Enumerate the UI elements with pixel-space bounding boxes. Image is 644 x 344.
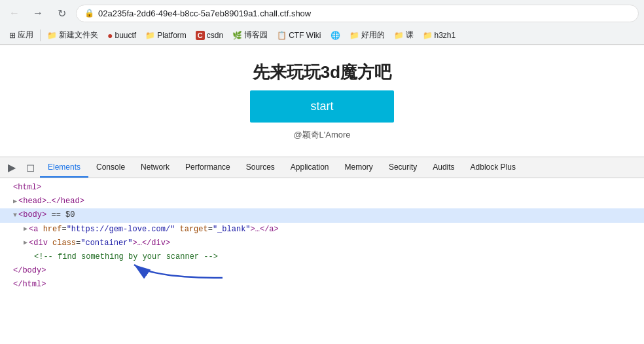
a-toggle[interactable]: ▶ [24,224,27,235]
csdn-icon: C [196,31,205,40]
bookmark-h3zh1[interactable]: 📁 h3zh1 [419,29,460,42]
body-eq: == [46,209,65,221]
start-button[interactable]: start [250,90,394,123]
devtools-tabs: ▶ ◻ Elements Console Network Performance… [0,157,644,178]
blog-icon: 🌿 [232,31,242,40]
code-html-close: </html> [0,278,644,292]
div-space [48,237,52,250]
bookmark-separator [40,29,41,41]
div-class-val: "container" [80,237,132,250]
body-toggle[interactable]: ▼ [13,210,17,221]
html-close-tag: </html> [13,278,46,291]
div-eq: = [76,237,80,250]
h3zh1-folder-icon: 📁 [423,31,433,40]
address-bar[interactable]: 🔒 02a235fa-2dd6-49e4-b8cc-5a7eb89019a1.c… [76,5,639,22]
tab-console[interactable]: Console [88,158,133,178]
reload-button[interactable]: ↻ [52,4,71,22]
bookmark-course[interactable]: 📁 课 [390,28,418,43]
devtools-panel: ▶ ◻ Elements Console Network Performance… [0,157,644,295]
body-close-tag: </body> [13,265,46,277]
bookmarks-bar: ⊞ 应用 📁 新建文件夹 ● buuctf 📁 Platform C csdn … [0,26,644,45]
head-tag: <head>…</head> [18,195,84,208]
lock-icon: 🔒 [84,9,94,18]
div-tag-open: <div [29,237,48,250]
page-credit: @颖奇L'Amore [293,129,350,141]
bookmark-csdn[interactable]: C csdn [192,29,227,42]
a-space2 [175,223,179,236]
tab-application[interactable]: Application [283,158,337,178]
code-html-open[interactable]: <html> [0,181,644,195]
tab-security[interactable]: Security [381,158,425,178]
tab-elements[interactable]: Elements [40,158,88,178]
platform-folder-icon: 📁 [145,31,155,40]
a-eq: = [62,223,66,236]
buuctf-icon: ● [107,30,113,41]
code-div-tag[interactable]: ▶ <div class = "container" >…</div> [0,237,644,250]
code-body[interactable]: ▼ <body> == $0 [0,208,644,222]
course-folder-icon: 📁 [394,31,404,40]
a-href-attr: href [43,223,62,236]
devtools-content: <html> ▶ <head>…</head> ▼ <body> == $0 ▶… [0,178,644,295]
device-icon[interactable]: ◻ [21,157,40,178]
folder-icon: 📁 [47,31,57,40]
inspector-icon[interactable]: ▶ [3,157,21,178]
forward-button[interactable]: → [29,4,47,22]
a-href-val: "https://gem-love.com/" [67,223,175,236]
bookmark-useful[interactable]: 📁 好用的 [346,28,389,43]
a-target-val: "_blank" [213,223,251,236]
div-dots: >…</div> [132,237,170,250]
code-a-tag[interactable]: ▶ <a href = "https://gem-love.com/" targ… [0,223,644,237]
bookmark-apps[interactable]: ⊞ 应用 [5,28,37,43]
globe-icon: 🌐 [331,31,340,40]
bookmark-new-folder[interactable]: 📁 新建文件夹 [43,28,102,43]
navigation-bar: ← → ↻ 🔒 02a235fa-2dd6-49e4-b8cc-5a7eb890… [0,0,644,26]
bookmark-ctfwiki[interactable]: 📋 CTF Wiki [273,29,325,42]
div-toggle[interactable]: ▶ [24,238,27,248]
html-tag: <html> [13,182,41,194]
a-eq2: = [208,223,213,236]
tab-audits[interactable]: Audits [425,158,462,178]
tab-sources[interactable]: Sources [238,158,283,178]
tab-memory[interactable]: Memory [337,158,381,178]
div-class-attr: class [52,237,76,250]
apps-icon: ⊞ [9,31,16,40]
head-toggle[interactable]: ▶ [13,197,17,207]
code-comment: <!-- find something by your scanner --> [0,250,644,264]
comment-text: <!-- find something by your scanner --> [34,251,218,263]
tab-adblock[interactable]: Adblock Plus [463,158,524,178]
a-dots: >…</a> [251,223,279,236]
a-tag-open: <a [29,223,38,236]
code-head[interactable]: ▶ <head>…</head> [0,195,644,208]
bookmark-globe[interactable]: 🌐 [327,29,344,42]
comment-container: <!-- find something by your scanner --> [0,250,644,264]
back-button[interactable]: ← [5,4,24,22]
page-content: 先来玩玩3d魔方吧 start @颖奇L'Amore [0,45,644,157]
ctfwiki-icon: 📋 [277,31,287,40]
bookmark-blog[interactable]: 🌿 博客园 [228,28,272,43]
tab-performance[interactable]: Performance [177,158,238,178]
bookmark-buuctf[interactable]: ● buuctf [103,28,140,43]
a-space [38,223,43,236]
bookmark-platform[interactable]: 📁 Platform [141,29,190,42]
useful-folder-icon: 📁 [349,31,359,40]
code-body-close: </body> [0,264,644,278]
page-title: 先来玩玩3d魔方吧 [253,61,391,84]
url-text: 02a235fa-2dd6-49e4-b8cc-5a7eb89019a1.cha… [98,9,630,18]
body-dollar: $0 [65,209,75,221]
tab-network[interactable]: Network [133,158,177,178]
body-tag: <body> [18,209,46,221]
a-target-attr: target [180,223,208,236]
